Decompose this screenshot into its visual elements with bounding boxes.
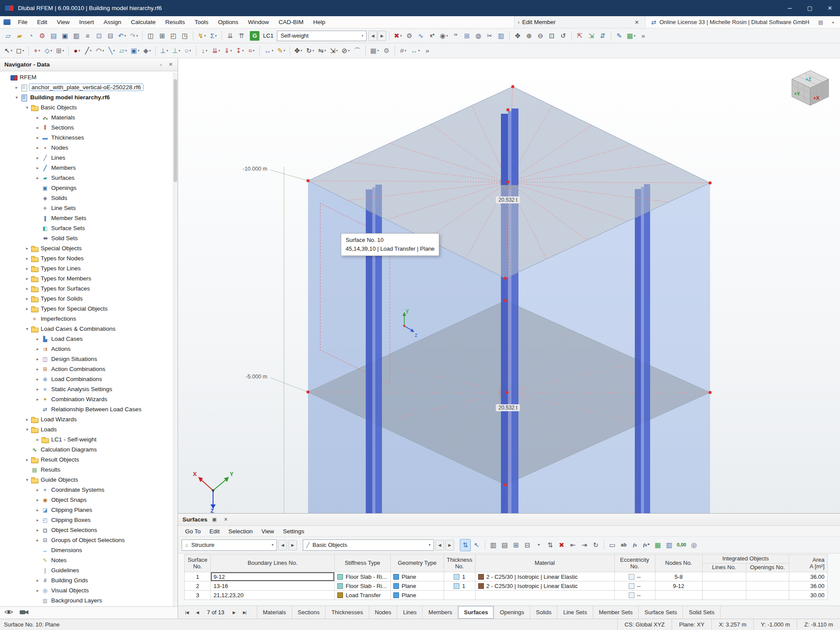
integrated-lines-cell[interactable] — [702, 581, 746, 591]
table-row-1[interactable]: 19-12Floor Slab - Ri...Plane12 - C25/30 … — [185, 572, 828, 581]
undo-icon[interactable]: ↶▾ — [116, 30, 128, 42]
connect-members-icon[interactable]: ⌒ — [352, 45, 363, 57]
node-tool-icon[interactable]: ●▾ — [71, 45, 82, 57]
panel-menu-selection[interactable]: Selection — [224, 528, 257, 535]
expander-icon[interactable]: ▸ — [34, 135, 41, 140]
delete-all-rows-icon[interactable]: ✖ — [556, 539, 567, 551]
redo-icon[interactable]: ↷▾ — [128, 30, 140, 42]
row-number-cell[interactable]: 2 — [185, 581, 211, 591]
menu-file[interactable]: File — [13, 16, 32, 28]
tree-item-rfem[interactable]: RFEM — [0, 72, 178, 82]
table-tab-solids[interactable]: Solids — [530, 606, 557, 619]
app-menu-icon[interactable] — [4, 19, 10, 25]
stiffness-type-cell[interactable]: Floor Slab - Ri... — [335, 581, 391, 591]
view-z-icon[interactable]: ⇵ — [597, 30, 608, 42]
tree-item-surfaces[interactable]: ▸Surfaces — [0, 173, 178, 183]
nodes-cell[interactable]: 5-8 — [655, 572, 702, 581]
tree-item-solid-sets[interactable]: Solid Sets — [0, 233, 178, 243]
tree-item-nodes[interactable]: ▸Nodes — [0, 143, 178, 153]
integrated-lines-cell[interactable] — [702, 572, 746, 581]
area-cell[interactable]: 36.00 — [789, 581, 827, 591]
col-header-thickness-no[interactable]: ThicknessNo. — [444, 555, 476, 572]
panel-menu-edit[interactable]: Edit — [205, 528, 224, 535]
expander-icon[interactable]: ▸ — [24, 306, 31, 311]
member-load-icon[interactable]: ⇊▾ — [210, 45, 222, 57]
undock-panel-icon[interactable]: ▣ — [210, 515, 219, 524]
grid-icon[interactable]: ⊞▾ — [54, 45, 66, 57]
area-cell[interactable]: 36.00 — [789, 572, 827, 581]
import-table-icon[interactable]: ⇤ — [567, 539, 578, 551]
expander-icon[interactable]: ▸ — [24, 417, 31, 422]
panel-pin-icon[interactable]: ▪ — [828, 18, 838, 27]
tree-item-guide-objects[interactable]: ▾Guide Objects — [0, 475, 178, 485]
split-view-icon[interactable]: ⊞ — [157, 30, 168, 42]
table-tab-sections[interactable]: Sections — [292, 606, 326, 619]
sync-selection-icon[interactable]: ⇅ — [460, 539, 471, 551]
row-number-cell[interactable]: 1 — [185, 572, 211, 581]
thickness-cell[interactable] — [444, 591, 476, 600]
tree-item-types-for-lines[interactable]: ▸Types for Lines — [0, 263, 178, 273]
menu-insert[interactable]: Insert — [74, 16, 99, 28]
dlubal-online-icon[interactable]: ◔ — [25, 30, 36, 42]
viewport-3d[interactable]: y z X Y Z +X +Y +Z -10.000 m -5.000 — [178, 58, 840, 513]
edit-member-panel-tab[interactable]: › Edit Member ✕ — [514, 16, 645, 28]
print-icon[interactable]: ▥ — [71, 30, 82, 42]
tree-item-types-for-solids[interactable]: ▸Types for Solids — [0, 294, 178, 304]
tree-item-line-sets[interactable]: Line Sets — [0, 203, 178, 213]
tree-item-background-layers[interactable]: Background Layers — [0, 595, 178, 606]
opening-tool-icon[interactable]: ▣▾ — [129, 45, 141, 57]
view-y-icon[interactable]: ⇲ — [586, 30, 597, 42]
tree-item-members[interactable]: ▸Members — [0, 163, 178, 173]
col-header-nodes-no[interactable]: Nodes No. — [655, 555, 702, 572]
tree-item-object-snaps[interactable]: ▸Object Snaps — [0, 495, 178, 505]
export-table-icon[interactable]: ⇥ — [579, 539, 590, 551]
tables-icon[interactable]: ▦▾ — [625, 30, 637, 42]
tree-item-types-for-special-objects[interactable]: ▸Types for Special Objects — [0, 304, 178, 314]
tree-item-guidelines[interactable]: Guidelines — [0, 565, 178, 575]
previous-table-button[interactable]: ◀ — [192, 608, 203, 617]
boundary-lines-cell[interactable]: 13-16 — [211, 581, 335, 591]
last-table-button[interactable]: ▶| — [239, 608, 250, 617]
tree-item-relationship-between-load-cases[interactable]: Relationship Between Load Cases — [0, 404, 178, 414]
col-header-area[interactable]: AreaA [m²] — [789, 555, 827, 572]
tree-item-visual-objects[interactable]: ▸Visual Objects — [0, 585, 178, 595]
next-load-case-button[interactable]: ▶ — [378, 31, 386, 41]
col-header-openings-no[interactable]: Openings No. — [746, 564, 789, 572]
panel-menu-settings[interactable]: Settings — [279, 528, 309, 535]
first-table-button[interactable]: |◀ — [182, 608, 192, 617]
expander-icon[interactable]: ▸ — [34, 346, 41, 351]
text-values-icon[interactable]: ab — [618, 539, 629, 551]
thickness-cell[interactable]: 1 — [444, 581, 476, 591]
table-tab-lines[interactable]: Lines — [397, 606, 423, 619]
toolbar-overflow-icon[interactable]: » — [638, 30, 649, 42]
edit-graphic-icon[interactable]: ✎ — [614, 30, 625, 42]
menu-cad-bim[interactable]: CAD-BIM — [274, 16, 308, 28]
close-button[interactable]: ✕ — [820, 0, 840, 16]
solid-tool-icon[interactable]: ◆▾ — [142, 45, 153, 57]
expander-icon[interactable]: ▸ — [24, 266, 31, 271]
table-category-forward-button[interactable]: ▶ — [445, 540, 454, 550]
table-tab-solid-sets[interactable]: Solid Sets — [683, 606, 721, 619]
expander-icon[interactable]: ▾ — [24, 427, 31, 432]
tree-item-load-wizards[interactable]: ▸Load Wizards — [0, 414, 178, 424]
dimension-tool-icon[interactable]: ↔▾ — [262, 45, 275, 57]
nodes-cell[interactable] — [655, 591, 702, 600]
imperfection-icon[interactable]: ≈▾ — [246, 45, 257, 57]
geometry-type-cell[interactable]: Plane — [391, 581, 444, 591]
camera-icon[interactable] — [19, 609, 29, 616]
col-header-geometry-type[interactable]: Geometry Type — [391, 555, 444, 572]
tree-item-combination-wizards[interactable]: ▸Combination Wizards — [0, 394, 178, 404]
panel-menu-view[interactable]: View — [257, 528, 279, 535]
expander-icon[interactable]: ▾ — [24, 105, 31, 110]
calculate-all-icon[interactable]: ✖▾ — [392, 30, 403, 42]
search-table-icon[interactable]: ◎ — [688, 539, 699, 551]
partial-views-icon[interactable]: ◍ — [473, 30, 484, 42]
tree-item-design-situations[interactable]: ▸Design Situations — [0, 354, 178, 364]
expander-icon[interactable]: ▸ — [34, 508, 41, 512]
delete-row-icon[interactable]: ⊟ — [522, 539, 533, 551]
print-graphic-icon[interactable]: ▥ — [496, 30, 507, 42]
tree-item-calculation-diagrams[interactable]: Calculation Diagrams — [0, 444, 178, 455]
save-icon[interactable]: ▣ — [60, 30, 70, 42]
panel-menu-go-to[interactable]: Go To — [181, 528, 205, 535]
menu-tools[interactable]: Tools — [190, 16, 214, 28]
